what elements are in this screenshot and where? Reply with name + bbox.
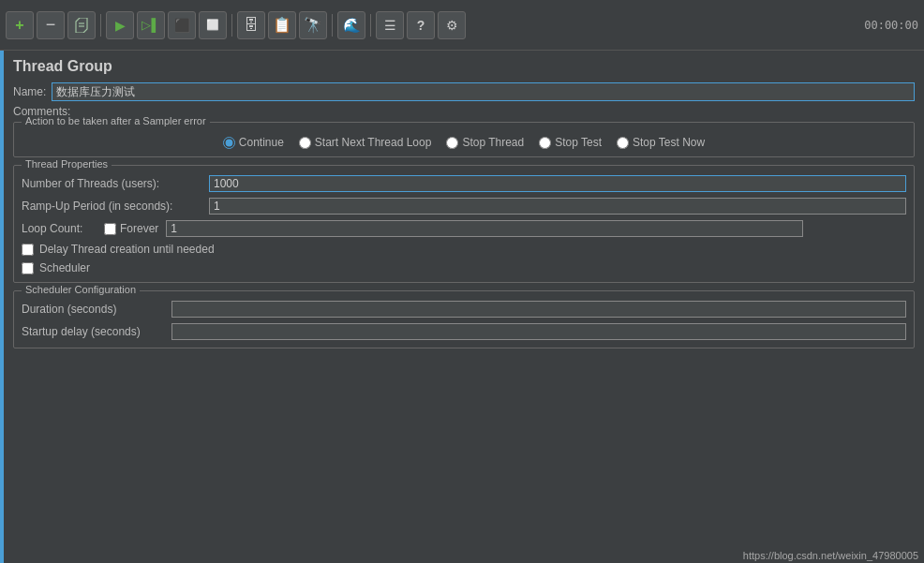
thread-props-group: Thread Properties Number of Threads (use… [13, 165, 915, 283]
radio-start-next-thread-loop[interactable]: Start Next Thread Loop [299, 136, 432, 149]
shutdown-button[interactable]: ⬜ [199, 11, 227, 39]
status-bar: https://blog.csdn.net/weixin_47980005 [738, 548, 924, 563]
toolbar-separator-1 [100, 14, 101, 37]
toolbar-separator-4 [370, 14, 371, 37]
toolbar: + − ▶ ▷▌ ⬛ ⬜ 🗄 📋 🔭 🌊 ☰ ? ⚙ 00:00:00 [0, 0, 924, 51]
num-threads-input[interactable] [209, 175, 906, 192]
startup-delay-label: Startup delay (seconds) [22, 325, 171, 338]
radio-stop-thread[interactable]: Stop Thread [446, 136, 524, 149]
startup-delay-input[interactable] [171, 323, 906, 340]
radio-stop-test-now[interactable]: Stop Test Now [617, 136, 705, 149]
name-row: Name: [13, 82, 915, 101]
stop-button[interactable]: ⬛ [168, 11, 196, 39]
name-label: Name: [13, 85, 46, 98]
remote-start-all-button[interactable]: 🔭 [299, 11, 327, 39]
action-group-box: Action to be taken after a Sampler error… [13, 122, 915, 157]
scheduler-checkbox[interactable] [22, 262, 34, 274]
ramp-up-label: Ramp-Up Period (in seconds): [22, 200, 209, 213]
radio-stop-test[interactable]: Stop Test [539, 136, 602, 149]
radio-continue-input[interactable] [223, 137, 235, 149]
duration-row: Duration (seconds) [22, 301, 906, 318]
startup-delay-row: Startup delay (seconds) [22, 323, 906, 340]
toolbar-separator-3 [332, 14, 333, 37]
start-no-pause-button[interactable]: ▷▌ [137, 11, 165, 39]
radio-continue-label: Continue [239, 136, 284, 149]
left-accent-bar [0, 51, 4, 563]
action-group-title: Action to be taken after a Sampler error [22, 115, 210, 126]
delay-thread-label: Delay Thread creation until needed [39, 243, 215, 256]
radio-stop-test-now-label: Stop Test Now [633, 136, 705, 149]
action-radio-row: Continue Start Next Thread Loop Stop Thr… [22, 126, 906, 149]
ramp-up-input[interactable] [209, 198, 906, 215]
radio-stop-test-input[interactable] [539, 137, 551, 149]
radio-start-next-label: Start Next Thread Loop [315, 136, 432, 149]
delay-thread-checkbox[interactable] [22, 244, 34, 256]
panel-title: Thread Group [13, 58, 915, 75]
delay-thread-row: Delay Thread creation until needed [22, 243, 906, 256]
remote-stop-button[interactable]: 📋 [268, 11, 296, 39]
scheduler-label: Scheduler [39, 261, 90, 274]
toolbar-separator-2 [231, 14, 232, 37]
thread-props-title: Thread Properties [22, 158, 112, 170]
status-url: https://blog.csdn.net/weixin_47980005 [743, 550, 918, 561]
radio-stop-test-label: Stop Test [555, 136, 602, 149]
loop-count-input[interactable] [166, 220, 803, 237]
forever-checkbox[interactable] [104, 223, 116, 235]
num-threads-row: Number of Threads (users): [22, 175, 906, 192]
loop-count-row: Loop Count: Forever [22, 220, 906, 237]
radio-start-next-input[interactable] [299, 137, 311, 149]
main-content: Thread Group Name: Comments: Action to b… [4, 51, 924, 356]
tree-button[interactable]: ☰ [376, 11, 404, 39]
scheduler-config-group: Scheduler Configuration Duration (second… [13, 290, 915, 348]
options-button[interactable]: ⚙ [438, 11, 466, 39]
loop-count-label: Loop Count: [22, 222, 97, 235]
name-input[interactable] [52, 82, 915, 101]
add-button[interactable]: + [6, 11, 34, 39]
remove-button[interactable]: − [37, 11, 65, 39]
radio-stop-test-now-input[interactable] [617, 137, 629, 149]
duration-input[interactable] [171, 301, 906, 318]
scheduler-config-title: Scheduler Configuration [22, 284, 140, 295]
scheduler-row: Scheduler [22, 261, 906, 274]
remote-start-button[interactable]: 🗄 [237, 11, 265, 39]
forever-label: Forever [120, 222, 158, 235]
radio-stop-thread-label: Stop Thread [462, 136, 524, 149]
ramp-up-row: Ramp-Up Period (in seconds): [22, 198, 906, 215]
elapsed-time: 00:00:00 [864, 19, 918, 32]
clear-button[interactable] [67, 11, 96, 39]
help-button[interactable]: ? [407, 11, 435, 39]
num-threads-label: Number of Threads (users): [22, 177, 209, 190]
radio-continue[interactable]: Continue [223, 136, 284, 149]
forever-checkbox-label[interactable]: Forever [104, 222, 158, 235]
start-button[interactable]: ▶ [106, 11, 134, 39]
template-button[interactable]: 🌊 [337, 11, 365, 39]
radio-stop-thread-input[interactable] [446, 137, 458, 149]
duration-label: Duration (seconds) [22, 303, 171, 316]
